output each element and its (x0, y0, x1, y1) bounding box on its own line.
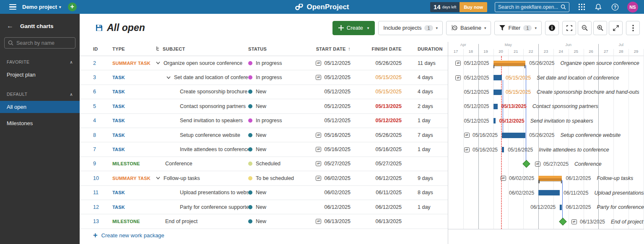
create-new-work-package-link[interactable]: + Create new work package (80, 229, 448, 242)
subject-cell[interactable]: Create sponsorship brochure an... (156, 89, 248, 95)
subject-cell[interactable]: End of project (156, 218, 248, 224)
column-header-start-date[interactable]: START DATE↑ (311, 46, 361, 52)
summary-task-bar[interactable] (538, 176, 562, 181)
collapse-chevron-icon[interactable] (166, 76, 171, 79)
sidebar-section-header[interactable]: FAVORITE∧ (0, 59, 80, 64)
work-package-id-link[interactable]: 5 (93, 103, 96, 109)
column-header-duration[interactable]: DURATION (411, 46, 448, 51)
task-bar[interactable] (538, 190, 560, 195)
finish-date-cell[interactable]: 05/26/2025 (361, 60, 411, 66)
table-row[interactable]: 8TASKSetup conference websiteNew⇄05/16/2… (80, 128, 448, 142)
global-search-input[interactable] (498, 4, 558, 10)
start-date-cell[interactable]: 06/12/2025 (311, 204, 361, 210)
sidebar-item-project-plan[interactable]: Project plan (0, 69, 80, 81)
subject-cell[interactable]: Upload presentations to website (156, 190, 248, 195)
work-package-id-link[interactable]: 12 (93, 204, 99, 210)
finish-date-cell[interactable]: 05/13/2025 (361, 103, 411, 109)
work-package-id-link[interactable]: 9 (93, 161, 96, 167)
start-date-cell[interactable]: 06/02/2025 (311, 190, 361, 195)
work-package-id-link[interactable]: 4 (93, 118, 96, 123)
global-add-button[interactable]: + (68, 3, 77, 11)
subject-cell[interactable]: Conference (156, 161, 248, 167)
task-bar[interactable] (560, 205, 562, 210)
subject-cell[interactable]: Invite attendees to conference (156, 146, 248, 152)
work-package-id-link[interactable]: 11 (93, 190, 99, 195)
zoom-out-button[interactable] (578, 21, 592, 35)
work-package-id-link[interactable]: 7 (93, 146, 96, 152)
work-package-id-link[interactable]: 8 (93, 132, 96, 138)
finish-date-cell[interactable]: 06/11/2025 (361, 190, 411, 195)
work-package-id-link[interactable]: 3 (93, 74, 96, 80)
collapse-chevron-icon[interactable] (156, 62, 160, 64)
modules-grid-icon[interactable] (577, 3, 586, 12)
baseline-button[interactable]: Baseline▾ (446, 21, 491, 35)
subject-cell[interactable]: Setup conference website (156, 132, 248, 138)
start-date-cell[interactable]: 05/12/2025 (311, 103, 361, 109)
finish-date-cell[interactable]: 05/26/2025 (361, 132, 411, 138)
table-row[interactable]: 5TASKContact sponsoring partnersNew05/12… (80, 99, 448, 113)
table-row[interactable]: 9MILESTONEConferenceScheduled⇄05/27/2025… (80, 157, 448, 171)
table-row[interactable]: 6TASKCreate sponsorship brochure an...Ne… (80, 85, 448, 99)
table-row[interactable]: 2SUMMARY TASKOrganize open source confer… (80, 56, 448, 70)
task-bar[interactable] (493, 75, 502, 80)
info-button[interactable] (545, 21, 559, 35)
start-date-cell[interactable]: ⇄05/16/2025 (311, 132, 361, 138)
subject-cell[interactable]: Set date and location of conference (156, 74, 248, 80)
start-date-cell[interactable]: ⇄05/16/2025 (311, 146, 361, 152)
finish-date-cell[interactable]: 05/27/2025 (361, 161, 411, 167)
column-header-subject[interactable]: SUBJECT (156, 46, 248, 51)
finish-date-cell[interactable]: 05/15/2025 (361, 89, 411, 95)
task-bar[interactable] (502, 147, 504, 152)
subject-cell[interactable]: Send invitation to speakers (156, 118, 248, 123)
sidebar-item-milestones[interactable]: Milestones (0, 117, 80, 129)
milestone-diamond[interactable] (559, 218, 566, 225)
table-row[interactable]: 13MILESTONEEnd of projectNew⇄06/13/20250… (80, 214, 448, 229)
start-date-cell[interactable]: ⇄06/02/2025 (311, 175, 361, 181)
finish-date-cell[interactable]: 05/16/2025 (361, 146, 411, 152)
task-bar[interactable] (493, 118, 496, 123)
table-row[interactable]: 11TASKUpload presentations to websiteNew… (80, 186, 448, 200)
table-row[interactable]: 7TASKInvite attendees to conferenceNew⇄0… (80, 142, 448, 157)
fullscreen-button[interactable] (609, 21, 623, 35)
zoom-in-button[interactable] (593, 21, 607, 35)
start-date-cell[interactable]: ⇄06/13/2025 (311, 218, 361, 224)
gantt-chart[interactable]: AprMayJunJul17181920212223242526272829⇄0… (448, 42, 644, 244)
task-bar[interactable] (493, 90, 502, 95)
work-package-id-link[interactable]: 2 (93, 60, 96, 66)
filter-button[interactable]: Filter 1 ▾ (494, 21, 542, 35)
back-arrow-icon[interactable]: ← (7, 22, 13, 30)
start-date-cell[interactable]: ⇄05/12/2025 (311, 74, 361, 80)
table-row[interactable]: 10SUMMARY TASKFollow-up tasksTo be sched… (80, 171, 448, 185)
subject-cell[interactable]: Party for conference supporters :-) (156, 204, 248, 210)
table-row[interactable]: 3TASKSet date and location of conference… (80, 70, 448, 85)
column-header-finish-date[interactable]: FINISH DATE (361, 46, 411, 51)
finish-date-cell[interactable]: 05/15/2025 (361, 74, 411, 80)
task-bar[interactable] (502, 133, 525, 138)
start-date-cell[interactable]: ⇄05/27/2025 (311, 161, 361, 167)
user-avatar[interactable]: NS (627, 2, 638, 13)
save-icon[interactable] (96, 24, 103, 31)
sidebar-search-input[interactable] (16, 40, 72, 46)
help-icon[interactable]: ? (610, 3, 620, 12)
buy-now-button[interactable]: Buy now (460, 2, 487, 12)
summary-task-bar[interactable] (493, 61, 526, 66)
finish-date-cell[interactable]: 06/12/2025 (361, 175, 411, 181)
start-date-cell[interactable]: ⇄05/12/2025 (311, 60, 361, 66)
sidebar-item-all-open[interactable]: All open (0, 101, 80, 113)
finish-date-cell[interactable]: 05/12/2025 (361, 118, 411, 123)
work-package-id-link[interactable]: 13 (93, 218, 99, 224)
zoom-auto-button[interactable] (562, 21, 576, 35)
subject-cell[interactable]: Follow-up tasks (156, 175, 248, 181)
task-bar[interactable] (493, 104, 498, 109)
sidebar-search[interactable] (4, 37, 75, 49)
collapse-chevron-icon[interactable] (156, 177, 160, 180)
start-date-cell[interactable]: 05/12/2025 (311, 118, 361, 123)
global-search[interactable] (495, 2, 569, 12)
column-header-status[interactable]: STATUS (248, 46, 311, 51)
subject-cell[interactable]: Contact sponsoring partners (156, 103, 248, 109)
more-options-button[interactable] (626, 21, 640, 35)
subject-cell[interactable]: Organize open source conference (156, 60, 248, 66)
column-header-type[interactable]: TYPE (112, 46, 156, 51)
work-package-id-link[interactable]: 10 (93, 175, 99, 181)
column-header-id[interactable]: ID (93, 46, 112, 51)
